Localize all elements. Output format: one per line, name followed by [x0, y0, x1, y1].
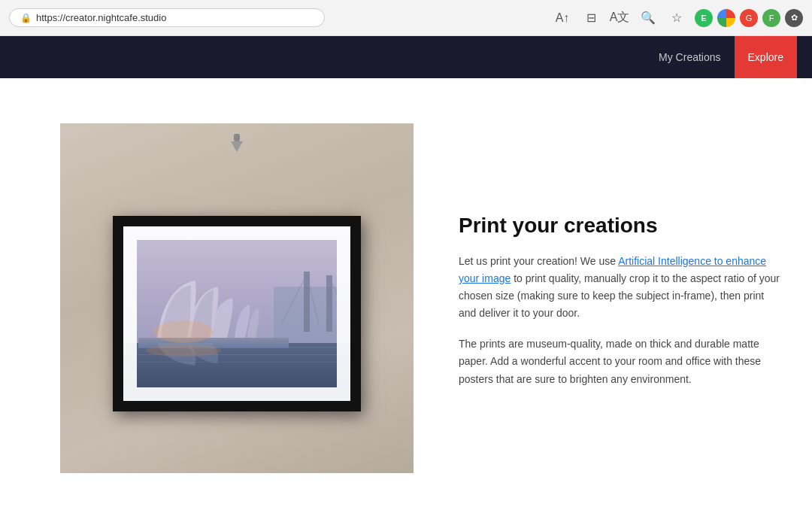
- translate-icon[interactable]: A文: [609, 8, 630, 29]
- ext4[interactable]: ✿: [785, 9, 803, 27]
- artwork: [123, 226, 350, 401]
- ext3[interactable]: F: [762, 9, 780, 27]
- description-paragraph-2: The prints are museum-quality, made on t…: [459, 335, 782, 387]
- reader-icon[interactable]: ⊟: [580, 8, 601, 29]
- svg-point-13: [146, 345, 221, 357]
- evernote-ext[interactable]: E: [695, 9, 713, 27]
- wall-display: [60, 123, 414, 473]
- lock-icon: 🔒: [20, 13, 32, 23]
- url-bar[interactable]: 🔒 https://creator.nightcafe.studio: [9, 8, 325, 27]
- app-nav: My Creations Explore: [0, 36, 812, 78]
- svg-point-12: [153, 320, 214, 343]
- hanging-hook: [231, 134, 243, 152]
- text-section: Print your creations Let us print your c…: [459, 123, 782, 388]
- description-paragraph-1: Let us print your creation! We use Artif…: [459, 253, 782, 322]
- extension-icons: E G F ✿: [695, 9, 803, 27]
- svg-rect-3: [326, 275, 332, 332]
- picture-frame: [113, 216, 361, 411]
- svg-rect-10: [123, 362, 350, 363]
- url-text: https://creator.nightcafe.studio: [36, 12, 166, 23]
- explore-nav-button[interactable]: Explore: [735, 36, 797, 78]
- browser-bar: 🔒 https://creator.nightcafe.studio A↑ ⊟ …: [0, 0, 812, 36]
- font-icon[interactable]: A↑: [552, 8, 573, 29]
- image-section: [60, 123, 414, 473]
- svg-rect-2: [304, 272, 310, 332]
- zoom-icon[interactable]: 🔍: [638, 8, 659, 29]
- my-creations-nav-link[interactable]: My Creations: [651, 47, 728, 68]
- main-content: Print your creations Let us print your c…: [0, 78, 812, 513]
- browser-toolbar-icons: A↑ ⊟ A文 🔍 ☆ E G F ✿: [552, 8, 803, 29]
- google-keep-ext[interactable]: G: [740, 9, 758, 27]
- favorites-icon[interactable]: ☆: [666, 8, 687, 29]
- desc-text-1: Let us print your creation! We use: [459, 255, 618, 267]
- chrome-ntp-ext[interactable]: [717, 9, 735, 27]
- page-title: Print your creations: [459, 214, 782, 238]
